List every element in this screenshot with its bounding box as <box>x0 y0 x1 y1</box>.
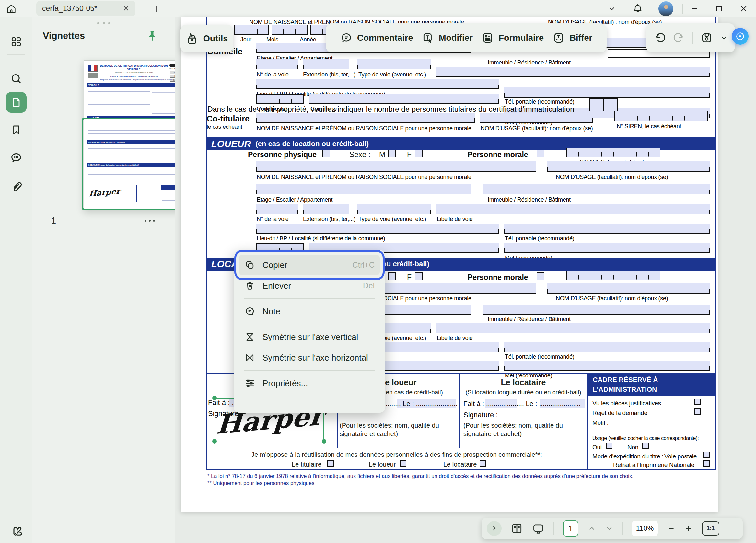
commentaire-button[interactable]: Commentaire <box>340 32 413 44</box>
thumbnail-viewport-indicator[interactable] <box>82 118 191 210</box>
checkbox-voie-postale[interactable] <box>703 452 710 458</box>
checkbox-rejet[interactable] <box>694 408 701 415</box>
menu-item-copier[interactable]: Copier Ctrl+C <box>239 255 380 275</box>
page-thumbnail[interactable]: DEMANDE DE CERTIFICAT D'IMMATRICULATION … <box>84 60 189 210</box>
siren-field[interactable] <box>566 148 660 157</box>
checkbox-le-titulaire[interactable] <box>327 460 334 467</box>
notifications-button[interactable] <box>630 1 646 16</box>
form-field[interactable] <box>547 161 710 172</box>
avatar[interactable] <box>658 1 673 16</box>
pin-panel-button[interactable] <box>145 28 160 43</box>
checkbox-personne-morale[interactable] <box>537 150 544 157</box>
tab-close-icon[interactable] <box>122 5 130 12</box>
selection-handle[interactable] <box>212 439 217 444</box>
zoom-in-icon[interactable] <box>684 524 693 533</box>
checkbox-sexe-f[interactable] <box>415 150 423 157</box>
menu-item-note[interactable]: Note <box>239 301 380 322</box>
close-window-button[interactable] <box>736 2 751 16</box>
form-field[interactable] <box>256 224 499 234</box>
expand-bar-button[interactable] <box>487 521 502 536</box>
checkbox-retrait[interactable] <box>703 460 710 467</box>
menu-item-symetrie-verticale[interactable]: Symétrie sur l'axe vertical <box>239 327 380 347</box>
presentation-icon[interactable] <box>532 522 544 535</box>
checkbox-le-locataire[interactable] <box>480 460 486 467</box>
form-field[interactable] <box>303 204 349 214</box>
redo-icon[interactable] <box>673 32 685 44</box>
form-field[interactable] <box>256 184 471 194</box>
menu-item-symetrie-horizontale[interactable]: Symétrie sur l'axe horizontal <box>239 347 380 368</box>
actual-size-button[interactable]: 1:1 <box>702 521 719 536</box>
date-jour-field[interactable] <box>234 25 269 35</box>
page-layout-icon[interactable] <box>511 522 523 535</box>
form-field[interactable] <box>256 161 536 172</box>
checkbox-le-loueur[interactable] <box>400 460 406 467</box>
outils-button[interactable]: Outils <box>180 25 233 52</box>
modifier-button[interactable]: Modifier <box>422 32 473 44</box>
theme-palette-button[interactable] <box>7 522 25 540</box>
menu-item-enlever[interactable]: Enlever Del <box>239 275 380 296</box>
form-field[interactable] <box>256 204 298 214</box>
form-field[interactable] <box>504 224 710 234</box>
checkbox-vu-pieces[interactable] <box>694 399 701 405</box>
checkbox-personne-physique[interactable] <box>322 150 330 157</box>
form-field[interactable] <box>504 87 710 98</box>
zoom-out-icon[interactable] <box>667 524 675 533</box>
next-page-icon[interactable] <box>605 524 613 533</box>
form-field[interactable] <box>504 243 710 253</box>
menu-item-proprietes[interactable]: Propriétés... <box>239 373 380 394</box>
form-field[interactable] <box>436 204 710 214</box>
form-field[interactable] <box>303 59 349 69</box>
date-mois-field[interactable] <box>272 25 308 35</box>
form-field[interactable] <box>256 113 475 123</box>
form-field[interactable] <box>547 283 710 294</box>
multi-prop-count-field[interactable] <box>589 98 618 111</box>
siren-field[interactable] <box>614 111 708 121</box>
code-postal-field[interactable] <box>256 94 304 104</box>
formulaire-button[interactable]: Formulaire <box>482 32 544 44</box>
attachments-button[interactable] <box>8 178 24 194</box>
thumbnails-panel-button[interactable] <box>6 92 27 113</box>
checkbox-non[interactable] <box>642 443 649 449</box>
form-field[interactable] <box>480 113 593 123</box>
bookmarks-button[interactable] <box>8 122 24 138</box>
toolbar-collapse-button[interactable] <box>605 3 619 14</box>
selection-handle[interactable] <box>322 439 326 444</box>
form-field[interactable] <box>357 204 431 214</box>
form-field[interactable] <box>309 94 499 104</box>
save-icon[interactable] <box>701 32 713 44</box>
panel-drag-handle[interactable] <box>97 22 117 25</box>
previous-page-icon[interactable] <box>587 524 596 533</box>
new-tab-button[interactable] <box>150 3 163 16</box>
zoom-level[interactable]: 110% <box>632 521 658 536</box>
siren-field[interactable] <box>566 271 660 280</box>
undo-icon[interactable] <box>654 32 666 44</box>
chevron-down-icon[interactable] <box>721 35 727 41</box>
selection-handle[interactable] <box>212 396 217 400</box>
home-button[interactable] <box>4 1 19 16</box>
page-number-input[interactable]: 1 <box>563 520 578 537</box>
form-field[interactable] <box>256 59 298 69</box>
comments-button[interactable] <box>8 150 24 166</box>
menu-shortcut: Ctrl+C <box>352 260 375 270</box>
form-field[interactable] <box>504 342 710 352</box>
checkbox-oui[interactable] <box>606 443 612 449</box>
checkbox-sexe-m[interactable] <box>388 272 396 280</box>
search-button[interactable] <box>8 71 24 87</box>
checkbox-personne-morale[interactable] <box>537 272 544 280</box>
checkbox-sexe-m[interactable] <box>388 150 396 157</box>
form-field[interactable] <box>483 305 710 315</box>
minimize-button[interactable] <box>687 2 702 16</box>
document-tab[interactable]: cerfa_13750-05* <box>36 1 135 16</box>
form-field[interactable] <box>436 323 710 333</box>
biffer-button[interactable]: Biffer <box>552 32 592 44</box>
form-field[interactable] <box>357 59 431 69</box>
maximize-button[interactable] <box>712 2 727 16</box>
grid-view-button[interactable] <box>8 34 24 50</box>
checkbox-sexe-f[interactable] <box>415 272 423 280</box>
ai-assistant-button[interactable] <box>732 28 749 45</box>
form-field[interactable] <box>436 67 710 77</box>
form-field[interactable] <box>504 361 710 371</box>
thumbnail-options-button[interactable] <box>145 216 155 225</box>
form-field[interactable] <box>483 184 710 194</box>
form-field[interactable] <box>256 79 499 89</box>
